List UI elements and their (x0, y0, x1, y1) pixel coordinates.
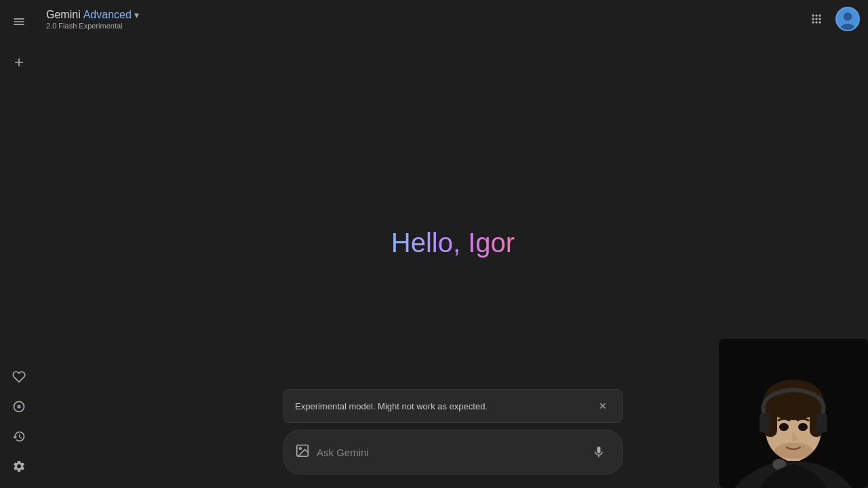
menu-button[interactable] (5, 8, 33, 35)
greeting-text: Hello, Igor (391, 228, 515, 258)
sidebar (0, 0, 38, 488)
new-chat-button[interactable] (5, 49, 33, 76)
header-right (803, 5, 860, 33)
header-title-main: Gemini Advanced ▾ (46, 9, 139, 21)
plus-icon (12, 56, 26, 69)
svg-point-19 (774, 443, 812, 459)
banner-text: Experimental model. Might not work as ex… (295, 401, 488, 411)
banner-close-button[interactable]: ✕ (595, 398, 611, 414)
sidebar-top (5, 8, 33, 76)
dropdown-arrow-icon[interactable]: ▾ (134, 9, 139, 20)
menu-icon (12, 15, 26, 28)
favorites-button[interactable] (5, 363, 33, 390)
title-advanced: Advanced (83, 9, 132, 21)
webcam-overlay (719, 339, 868, 488)
search-input[interactable] (317, 447, 580, 458)
image-upload-icon[interactable] (295, 443, 310, 462)
avatar[interactable] (835, 7, 860, 31)
heart-icon (12, 370, 26, 384)
svg-point-4 (844, 12, 852, 20)
grid-icon (810, 12, 823, 26)
svg-rect-15 (760, 413, 770, 432)
svg-point-2 (18, 406, 20, 408)
svg-point-17 (779, 423, 789, 431)
svg-point-7 (299, 447, 301, 449)
title-gemini: Gemini (46, 9, 81, 21)
header-subtitle: 2.0 Flash Experimental (46, 22, 139, 30)
webcam-feed (719, 339, 868, 488)
explore-icon (12, 400, 26, 413)
avatar-image (837, 7, 859, 31)
explore-button[interactable] (5, 393, 33, 420)
close-icon: ✕ (599, 401, 607, 411)
mic-icon (592, 445, 606, 459)
input-area[interactable] (283, 430, 623, 474)
svg-point-18 (798, 423, 808, 431)
history-icon (12, 430, 26, 443)
settings-icon (12, 460, 26, 473)
settings-button[interactable] (5, 453, 33, 480)
history-button[interactable] (5, 423, 33, 450)
mic-button[interactable] (587, 440, 611, 464)
experimental-banner: Experimental model. Might not work as ex… (283, 389, 623, 423)
svg-rect-16 (816, 413, 827, 432)
sidebar-bottom (5, 363, 33, 480)
header: Gemini Advanced ▾ 2.0 Flash Experimental (38, 0, 868, 38)
google-apps-button[interactable] (803, 5, 830, 33)
header-title: Gemini Advanced ▾ 2.0 Flash Experimental (46, 9, 139, 30)
